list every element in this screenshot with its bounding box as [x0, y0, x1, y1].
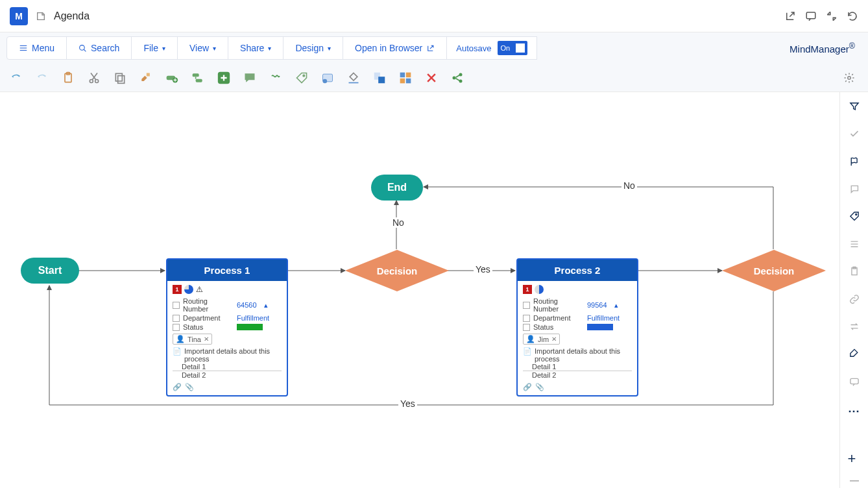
field-icon [173, 302, 180, 309]
alert-icon: ⚠ [196, 285, 203, 294]
delete-icon[interactable] [424, 71, 439, 85]
decision-label: Decision [377, 265, 418, 276]
caret-up-icon[interactable]: ▴ [264, 301, 268, 310]
redo-icon[interactable] [35, 71, 49, 85]
start-node[interactable]: Start [21, 258, 79, 284]
edge-no-label: No [391, 217, 406, 228]
document-title: Agenda [54, 10, 90, 22]
assignee-name: Tina [187, 336, 201, 343]
add-subtopic-icon[interactable] [191, 71, 205, 85]
autosave-toggle[interactable]: On [498, 41, 527, 55]
assignee-chip[interactable]: 👤Tina✕ [173, 334, 212, 345]
divider-icon [850, 480, 859, 482]
link-icon[interactable]: 🔗 [173, 383, 181, 391]
add-topic-icon[interactable] [165, 71, 179, 85]
list-icon[interactable] [848, 239, 861, 249]
cut-icon[interactable] [87, 71, 101, 85]
note-icon: 📄 [173, 347, 182, 363]
process-2-card[interactable]: Process 2 1 Routing Number99564 ▴ Depart… [516, 258, 638, 396]
add-icon[interactable]: + [848, 450, 861, 463]
attachment-icon[interactable]: 📎 [535, 383, 544, 391]
link-rail-icon[interactable] [848, 294, 861, 304]
swap-icon[interactable] [848, 321, 861, 332]
tag-icon[interactable] [295, 71, 309, 85]
comment-icon[interactable] [805, 10, 817, 22]
design-button[interactable]: Design▾ [283, 36, 343, 60]
comment-rail-icon[interactable] [848, 184, 861, 194]
routing-label: Routing Number [533, 297, 584, 313]
share-button[interactable]: Share▾ [228, 36, 283, 60]
open-browser-button[interactable]: Open in Browser [343, 36, 447, 60]
process-1-card[interactable]: Process 1 1 ⚠ Routing Number64560 ▴ Depa… [166, 258, 288, 396]
search-label: Search [91, 43, 119, 53]
link-icon[interactable]: 🔗 [523, 383, 531, 391]
chevron-down-icon: ▾ [162, 45, 165, 52]
right-rail: ⋯ + [839, 92, 868, 488]
decision-label: Decision [754, 265, 795, 276]
remove-icon[interactable]: ✕ [204, 336, 209, 343]
svg-rect-11 [193, 73, 199, 77]
svg-point-26 [848, 76, 851, 79]
progress-badge-icon [184, 285, 193, 294]
note-detail: Detail 1 [173, 363, 282, 371]
attachment-icon[interactable] [372, 71, 387, 85]
search-button[interactable]: Search [66, 36, 132, 60]
search-icon [78, 44, 87, 53]
caret-up-icon[interactable]: ▴ [614, 301, 618, 310]
edge-no-label: No [621, 180, 637, 191]
dept-label: Department [183, 314, 234, 322]
external-link-icon[interactable] [784, 10, 796, 22]
edge-yes-label: Yes [398, 398, 417, 409]
undo-icon[interactable] [9, 71, 23, 85]
flag-icon[interactable] [848, 156, 861, 167]
decision-node-2[interactable]: Decision [722, 250, 826, 291]
svg-rect-18 [378, 77, 385, 83]
status-bar [587, 324, 613, 330]
layout-icon[interactable] [398, 71, 413, 85]
share-icon[interactable] [450, 71, 464, 85]
attachment-icon[interactable]: 📎 [185, 383, 193, 391]
chevron-down-icon: ▾ [328, 45, 331, 52]
remove-icon[interactable]: ✕ [551, 336, 557, 343]
paste-icon[interactable] [61, 71, 75, 85]
app-logo[interactable]: M [10, 7, 28, 25]
assignee-name: Jim [538, 336, 549, 343]
collapse-icon[interactable] [826, 10, 838, 22]
svg-point-14 [303, 75, 305, 77]
copy-icon[interactable] [113, 71, 127, 85]
add-node-icon[interactable] [217, 71, 231, 85]
check-icon[interactable] [848, 128, 861, 139]
flowchart-canvas[interactable]: Start End Decision Decision No Yes No Ye… [0, 92, 839, 488]
dept-label: Department [533, 314, 584, 322]
settings-icon[interactable] [842, 71, 856, 85]
note-title: Important details about this process [535, 347, 632, 363]
field-icon [523, 302, 530, 309]
decision-node-1[interactable]: Decision [345, 250, 449, 291]
view-button[interactable]: View▾ [177, 36, 228, 60]
svg-rect-8 [147, 73, 150, 76]
share-label: Share [240, 43, 264, 53]
more-icon[interactable]: ⋯ [848, 404, 861, 417]
chat-icon[interactable] [848, 376, 861, 387]
status-bar [237, 324, 263, 330]
refresh-icon[interactable] [847, 10, 858, 22]
boundary-icon[interactable] [320, 71, 335, 85]
clipboard-icon[interactable] [848, 266, 861, 276]
routing-value: 99564 [587, 301, 607, 309]
callout-icon[interactable] [243, 71, 257, 85]
end-node[interactable]: End [371, 175, 423, 201]
person-icon: 👤 [176, 335, 185, 343]
relationship-icon[interactable] [269, 71, 283, 85]
assignee-chip[interactable]: 👤Jim✕ [523, 334, 560, 345]
pen-icon[interactable] [848, 348, 861, 359]
svg-rect-7 [118, 75, 125, 83]
autosave-control[interactable]: Autosave On [446, 36, 537, 60]
file-button[interactable]: File▾ [131, 36, 178, 60]
filter-icon[interactable] [848, 101, 861, 112]
format-painter-icon[interactable] [139, 71, 153, 85]
priority-badge: 1 [173, 285, 182, 294]
svg-rect-0 [806, 12, 815, 19]
tag-rail-icon[interactable] [848, 211, 861, 221]
menu-button[interactable]: Menu [6, 36, 67, 60]
fill-icon[interactable] [346, 71, 361, 85]
